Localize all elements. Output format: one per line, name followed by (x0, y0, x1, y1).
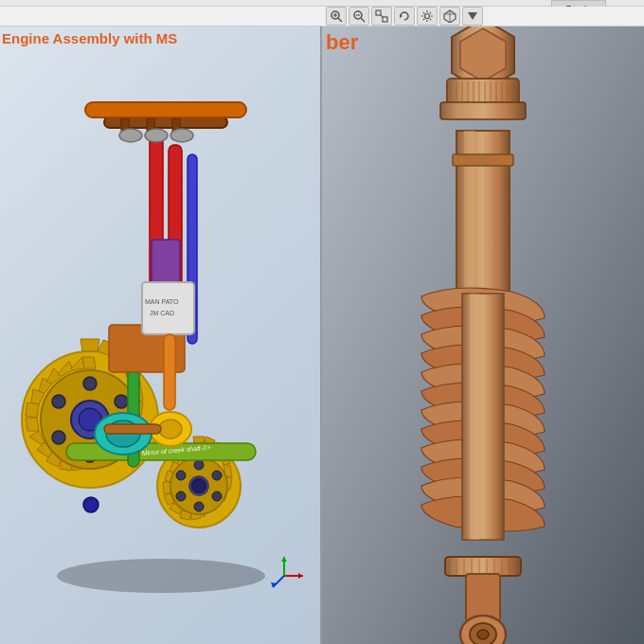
svg-rect-96 (142, 282, 194, 334)
svg-marker-35 (26, 418, 39, 431)
panels: Engine Assembly with MS (0, 27, 644, 644)
svg-text:MAN PATO: MAN PATO (145, 298, 179, 305)
svg-point-93 (145, 129, 168, 142)
svg-rect-99 (164, 334, 175, 410)
svg-rect-150 (466, 574, 500, 621)
left-panel-title: Engine Assembly with MS (2, 30, 177, 46)
rotate-icon[interactable] (394, 7, 415, 26)
settings-icon[interactable] (417, 7, 438, 26)
svg-rect-95 (152, 240, 180, 282)
toolbar-icons (326, 7, 483, 26)
svg-point-49 (52, 395, 65, 408)
svg-point-76 (194, 502, 204, 511)
svg-rect-8 (383, 17, 387, 22)
svg-line-5 (361, 18, 365, 22)
svg-marker-15 (468, 12, 477, 20)
svg-rect-128 (440, 102, 526, 119)
svg-marker-109 (281, 557, 287, 562)
svg-marker-66 (163, 482, 170, 493)
svg-point-74 (212, 471, 222, 480)
svg-point-11 (425, 14, 430, 19)
svg-text:JM CAD: JM CAD (150, 310, 174, 316)
svg-line-9 (381, 15, 383, 17)
svg-point-45 (115, 395, 128, 408)
svg-point-44 (83, 377, 97, 390)
svg-marker-42 (82, 357, 96, 368)
zoom-out-icon[interactable] (349, 7, 369, 26)
svg-point-78 (176, 471, 186, 480)
svg-point-101 (159, 420, 182, 438)
svg-marker-18 (80, 339, 99, 351)
svg-point-94 (170, 129, 193, 142)
svg-rect-136 (453, 154, 513, 166)
svg-point-92 (119, 129, 142, 142)
svg-rect-104 (104, 424, 161, 434)
view-icon[interactable] (439, 7, 460, 26)
main-container: Study (0, 0, 644, 644)
zoom-in-icon[interactable] (326, 7, 347, 26)
svg-rect-137 (462, 294, 504, 540)
svg-marker-36 (26, 402, 39, 418)
svg-rect-91 (85, 102, 246, 117)
svg-point-79 (191, 478, 206, 493)
toolbar-row (0, 7, 644, 27)
right-panel-title: ber (326, 30, 358, 55)
svg-point-77 (176, 492, 186, 501)
top-bar: Study (0, 0, 644, 7)
svg-point-16 (57, 559, 265, 593)
svg-rect-7 (376, 10, 381, 15)
svg-point-48 (52, 431, 65, 444)
svg-marker-107 (298, 573, 303, 579)
right-panel: ber (322, 27, 644, 644)
svg-point-153 (477, 630, 489, 639)
svg-rect-115 (447, 79, 519, 105)
shock-absorber-svg (322, 27, 644, 644)
svg-point-105 (83, 497, 98, 512)
svg-point-73 (194, 460, 204, 470)
left-panel: Engine Assembly with MS (0, 27, 322, 644)
svg-rect-138 (470, 294, 479, 540)
dropdown-icon[interactable] (462, 7, 483, 26)
svg-point-75 (212, 492, 222, 501)
engine-assembly-svg: Mirror of creek shaft-1> (9, 45, 313, 614)
fit-view-icon[interactable] (371, 7, 392, 26)
svg-line-1 (338, 18, 342, 22)
